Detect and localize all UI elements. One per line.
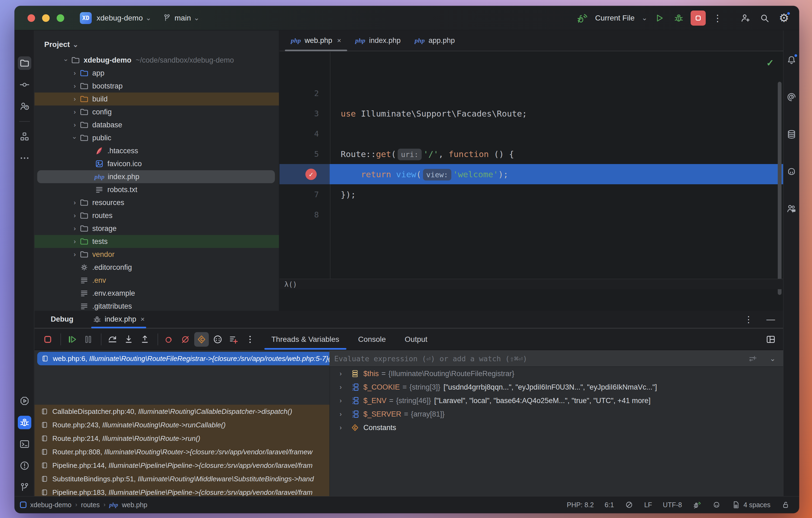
tree-item-storage[interactable]: ›storage [34,222,279,235]
ai-assistant-icon[interactable] [785,90,798,104]
frame-row[interactable]: Router.php:808, Illuminate\Routing\Route… [34,445,329,459]
settings-icon[interactable]: ⚙ [776,10,791,26]
tree-item-app[interactable]: ›app [34,67,279,80]
debug-icon[interactable] [671,10,686,26]
step-into-icon[interactable] [121,332,136,347]
status-breadcrumb-item[interactable]: routes [81,501,99,509]
breakpoint-icon[interactable]: ✓ [306,169,317,180]
code-line-5[interactable]: 5Route::get(uri:'/', function () { [280,144,783,164]
run-tool-icon[interactable] [18,394,31,408]
tree-item-public[interactable]: ›public [34,132,279,144]
tree-item-robots.txt[interactable]: robots.txt [34,183,279,196]
code-line-6[interactable]: ✓ return view(view:'welcome'); [280,164,783,184]
status-breadcrumb-item[interactable]: xdebug-demo [30,501,71,509]
tree-item-xdebug-demo[interactable]: ›xdebug-demo~/code/sandbox/xdebug-demo [34,54,279,67]
close-icon[interactable]: × [337,36,341,45]
debug-tab-threads---variables[interactable]: Threads & Variables [271,329,339,350]
project-selector[interactable]: xdebug-demo [96,14,143,22]
branch-selector[interactable]: main [175,14,191,22]
code-line-2[interactable]: 2 [280,83,783,103]
debug-listener-icon[interactable] [693,500,701,509]
php-version-widget[interactable]: PHP: 8.2 [567,501,594,509]
copilot-icon[interactable] [785,165,798,178]
chevron-collapsed-icon[interactable]: › [70,121,79,129]
chevron-expanded-icon[interactable]: › [62,56,70,65]
chevron-collapsed-icon[interactable]: › [70,108,79,116]
frame-row[interactable]: CallableDispatcher.php:40, Illuminate\Ro… [34,405,329,418]
mute-breakpoints-icon[interactable] [178,332,193,347]
layout-settings-icon[interactable] [765,334,776,345]
tree-item-index.php[interactable]: phpindex.php [34,170,279,183]
add-watch-icon[interactable] [748,354,758,364]
variable-row-_COOKIE[interactable]: ›12$_COOKIE={string[3]}["usdnd4grrbj8qqn… [330,380,783,394]
kebab-icon[interactable] [243,332,257,347]
chevron-collapsed-icon[interactable]: › [340,397,348,404]
evaluate-icon[interactable] [210,332,225,347]
tree-item-tests[interactable]: ›tests [34,235,279,248]
chevron-collapsed-icon[interactable]: › [340,424,348,431]
pull-requests-icon[interactable]: ? [18,99,31,113]
tree-item-database[interactable]: ›database [34,118,279,132]
chevron-collapsed-icon[interactable]: › [70,225,79,232]
debug-tool-icon[interactable] [18,416,31,429]
caret-position-widget[interactable]: 6:1 [605,501,614,509]
add-watch-icon[interactable] [227,332,241,347]
chevron-expanded-icon[interactable]: › [71,133,79,142]
line-number[interactable]: 5 [280,144,330,164]
indent-widget[interactable]: 4 spaces [732,500,771,509]
notifications-icon[interactable] [785,53,798,67]
variable-row-Constants[interactable]: ›CConstants [330,421,783,434]
code-line-7[interactable]: 7}); [280,184,783,204]
close-window-button[interactable] [28,14,35,22]
chevron-collapsed-icon[interactable]: › [340,370,348,377]
chevron-collapsed-icon[interactable]: › [340,384,348,391]
terminal-icon[interactable] [18,437,31,451]
add-user-icon[interactable] [737,10,753,26]
copilot-status-icon[interactable] [712,500,721,509]
debug-listener-icon[interactable] [575,10,590,26]
frame-row[interactable]: SubstituteBindings.php:51, Illuminate\Ro… [34,472,329,486]
chevron-collapsed-icon[interactable]: › [70,69,79,77]
variable-row-this[interactable]: ›$this={Illuminate\Routing\RouteFileRegi… [330,367,783,380]
line-number[interactable]: 8 [280,204,330,225]
tree-item-.gitattributes[interactable]: .gitattributes [34,300,279,311]
variable-row-_SERVER[interactable]: ›12$_SERVER={array[81]} [330,407,783,421]
debug-session-tab[interactable]: index.php × [93,311,145,328]
tree-item-.editorconfig[interactable]: .editorconfig [34,261,279,274]
highlighting-off-icon[interactable] [625,500,633,509]
step-out-icon[interactable] [138,332,152,347]
frame-row[interactable]: Pipeline.php:183, Illuminate\Pipeline\Pi… [34,486,329,496]
view-breakpoints-icon[interactable] [162,332,176,347]
chevron-collapsed-icon[interactable]: › [70,199,79,206]
tree-item-vendor[interactable]: ›vendor [34,248,279,261]
tree-item-resources[interactable]: ›resources [34,196,279,209]
tree-item-build[interactable]: ›build [34,92,279,106]
line-number[interactable]: 3 [280,103,330,123]
line-number[interactable] [280,164,330,184]
debug-tab-console[interactable]: Console [358,329,386,350]
code-editor[interactable]: 23use Illuminate\Support\Facades\Route;4… [280,52,783,279]
debug-tab-output[interactable]: Output [405,329,427,350]
chevron-collapsed-icon[interactable]: › [340,411,348,418]
tree-item-favicon.ico[interactable]: favicon.ico [34,157,279,170]
structure-icon[interactable] [18,130,31,143]
line-separator-widget[interactable]: LF [644,501,652,509]
step-over-icon[interactable] [105,332,120,347]
pause-icon[interactable] [81,332,95,347]
editor-tab-app.php[interactable]: phpapp.php [408,30,462,51]
tree-item-.htaccess[interactable]: .htaccess [34,144,279,157]
more-tools-icon[interactable] [18,151,31,165]
php-constants-toggle-icon[interactable]: C [194,332,209,347]
stop-icon[interactable] [40,332,55,347]
resume-icon[interactable] [65,332,79,347]
editor-tab-web.php[interactable]: phpweb.php× [284,30,348,51]
lock-open-icon[interactable] [781,500,790,509]
more-icon[interactable]: ⋮ [744,314,753,324]
chevron-collapsed-icon[interactable]: › [70,251,79,258]
line-number[interactable]: 4 [280,123,330,144]
hide-panel-icon[interactable]: — [766,314,775,324]
minimize-window-button[interactable] [42,14,50,22]
project-panel-header[interactable]: Project ⌄ [44,40,79,49]
run-icon[interactable] [652,10,667,26]
frame-row[interactable]: Route.php:243, Illuminate\Routing\Route-… [34,418,329,432]
